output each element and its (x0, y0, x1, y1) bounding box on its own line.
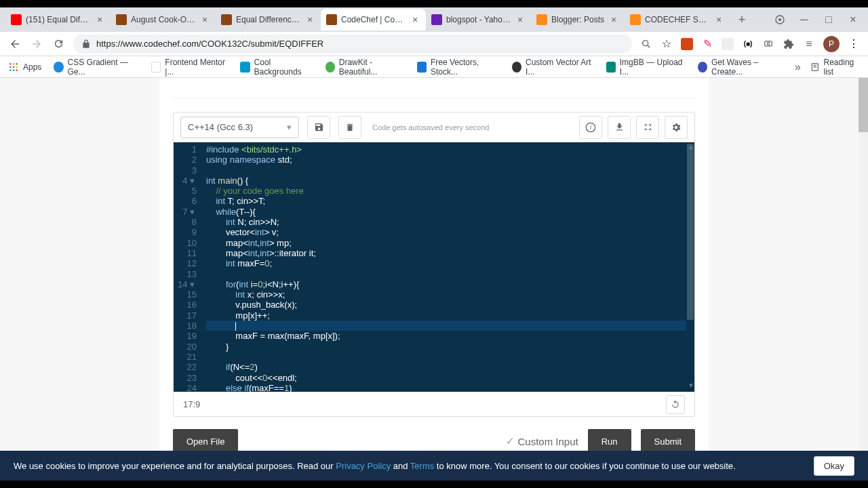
cursor-position: 17:9 (183, 399, 200, 409)
svg-point-9 (13, 66, 15, 68)
extensions-icon[interactable] (783, 38, 795, 50)
apps-button[interactable]: Apps (8, 62, 41, 73)
custom-input-toggle[interactable]: ✓ Custom Input (506, 435, 578, 447)
info-button[interactable]: i (579, 116, 602, 139)
tab-blogger-1[interactable]: Blogger: Posts × (531, 9, 625, 30)
settings-button[interactable] (665, 116, 688, 139)
fullscreen-button[interactable] (636, 116, 659, 139)
language-select[interactable]: C++14 (Gcc 6.3) ▾ (180, 117, 299, 138)
check-icon: ✓ (506, 435, 515, 447)
line-numbers: 1234 ▾567 ▾891011121314 ▾151617181920212… (174, 142, 202, 392)
bookmark-item[interactable]: CSS Gradient — Ge... (54, 58, 139, 77)
bookmark-item[interactable]: ImgBB — Upload I... (606, 58, 686, 77)
codechef-icon (116, 14, 127, 25)
zoom-icon[interactable] (640, 38, 652, 50)
code-area[interactable]: 1234 ▾567 ▾891011121314 ▾151617181920212… (174, 142, 694, 392)
bookmark-item[interactable]: Get Waves – Create... (698, 58, 783, 77)
save-button[interactable] (307, 116, 330, 139)
forward-button[interactable] (30, 37, 43, 51)
star-icon[interactable]: ☆ (660, 38, 673, 50)
bookmarks-bar: Apps CSS Gradient — Ge... Frontend Mento… (0, 56, 868, 78)
avatar[interactable]: P (823, 36, 840, 52)
tab-label: (151) Equal Difference (26, 15, 90, 24)
language-label: C++14 (Gcc 6.3) (188, 122, 253, 132)
maximize-icon[interactable]: □ (823, 14, 834, 25)
code-content[interactable]: #include <bits/stdc++.h> using namespace… (202, 142, 694, 392)
svg-point-7 (16, 63, 18, 65)
reading-list-button[interactable]: Reading list (810, 58, 860, 77)
bookmark-item[interactable]: Frontend Mentor |... (151, 58, 228, 77)
tab-yahoo[interactable]: blogspot - Yahoo Sea × (426, 9, 531, 30)
tab-codechef-active[interactable]: CodeChef | Competiti × (321, 9, 426, 30)
bookmark-icon (698, 62, 707, 73)
svg-point-5 (9, 63, 12, 65)
ext-icon[interactable]: ✎ (701, 38, 713, 50)
tab-youtube[interactable]: (151) Equal Difference × (5, 9, 111, 30)
overflow-icon[interactable]: » (795, 61, 801, 73)
code-editor: C++14 (Gcc 6.3) ▾ Code gets autosaved ev… (173, 112, 695, 417)
svg-point-13 (16, 69, 18, 71)
url-text: https://www.codechef.com/COOK132C/submit… (96, 39, 624, 49)
reload-button[interactable] (52, 37, 65, 51)
submit-button[interactable]: Submit (641, 429, 695, 453)
youtube-icon (11, 14, 22, 25)
close-icon[interactable]: × (199, 14, 210, 25)
svg-point-6 (13, 63, 15, 65)
ext-icon[interactable] (762, 38, 774, 50)
ext-icon[interactable]: ≡ (803, 38, 815, 50)
editor-status: 17:9 (174, 392, 694, 416)
url-input[interactable]: https://www.codechef.com/COOK132C/submit… (73, 35, 632, 54)
browser-tabs: (151) Equal Difference × August Cook-Off… (0, 7, 868, 32)
blogger-icon (536, 14, 547, 25)
ext-icon[interactable] (722, 38, 734, 50)
download-button[interactable] (608, 116, 631, 139)
svg-point-2 (643, 40, 648, 45)
bookmark-icon (326, 62, 335, 73)
custom-input-label: Custom Input (517, 436, 578, 447)
ext-icon[interactable]: (■) (742, 38, 754, 50)
address-bar: https://www.codechef.com/COOK132C/submit… (0, 32, 868, 56)
bookmark-item[interactable]: DrawKit - Beautiful... (326, 58, 405, 77)
svg-point-4 (767, 42, 770, 44)
close-icon[interactable]: × (848, 14, 859, 25)
bookmark-item[interactable]: Free Vectors, Stock... (417, 58, 500, 77)
tab-blogger-2[interactable]: CODECHEF SOLUTION × (625, 9, 730, 30)
menu-icon[interactable]: ⋮ (848, 38, 860, 50)
terms-link[interactable]: Terms (410, 461, 434, 471)
editor-scrollbar[interactable]: ▼▲ (686, 142, 694, 392)
open-file-button[interactable]: Open File (173, 429, 238, 453)
bookmark-label: Frontend Mentor |... (165, 58, 228, 77)
close-icon[interactable]: × (608, 14, 619, 25)
tab-codechef-2[interactable]: Equal Difference | Cod × (216, 9, 321, 30)
run-button[interactable]: Run (588, 429, 631, 453)
account-icon[interactable] (774, 14, 785, 25)
tab-codechef-1[interactable]: August Cook-Off 202 × (111, 9, 216, 30)
ext-icon[interactable] (681, 38, 693, 50)
bookmark-label: ImgBB — Upload I... (620, 58, 686, 77)
back-button[interactable] (8, 37, 22, 51)
bookmark-label: Apps (23, 62, 41, 72)
page-scrollbar[interactable] (859, 78, 868, 481)
tab-label: CodeChef | Competiti (341, 15, 406, 24)
tab-label: Equal Difference | Cod (236, 15, 300, 24)
minimize-icon[interactable]: ─ (799, 14, 810, 25)
delete-button[interactable] (338, 116, 361, 139)
codechef-icon (326, 14, 337, 25)
close-icon[interactable]: × (304, 14, 315, 25)
privacy-link[interactable]: Privacy Policy (336, 461, 391, 471)
bookmark-item[interactable]: Cool Backgrounds (240, 58, 313, 77)
chevron-down-icon: ▾ (287, 122, 292, 132)
close-icon[interactable]: × (713, 14, 724, 25)
cookie-okay-button[interactable]: Okay (814, 456, 854, 476)
reading-list-label: Reading list (824, 58, 860, 77)
refresh-button[interactable] (666, 395, 685, 414)
bookmark-item[interactable]: Custom Vector Art I... (512, 58, 594, 77)
cookie-banner: We use cookies to improve your experienc… (0, 451, 868, 481)
bookmark-icon (54, 62, 63, 73)
bookmark-label: Cool Backgrounds (254, 58, 313, 77)
new-tab-button[interactable]: + (732, 10, 751, 29)
close-icon[interactable]: × (515, 14, 526, 25)
close-icon[interactable]: × (94, 14, 105, 25)
yahoo-icon (431, 14, 442, 25)
close-icon[interactable]: × (410, 14, 420, 25)
